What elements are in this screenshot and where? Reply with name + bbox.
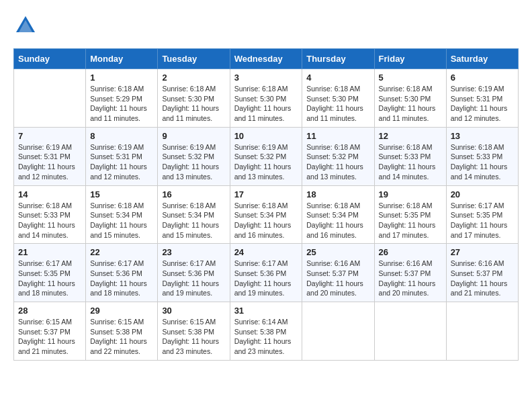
weekday-header: Friday xyxy=(374,49,446,69)
day-number: 16 xyxy=(162,189,225,199)
weekday-header: Saturday xyxy=(446,49,518,69)
calendar-cell: 5Sunrise: 6:18 AM Sunset: 5:30 PM Daylig… xyxy=(374,69,446,128)
day-number: 22 xyxy=(90,247,153,257)
day-number: 14 xyxy=(18,189,81,199)
day-number: 13 xyxy=(451,131,514,141)
day-info: Sunrise: 6:18 AM Sunset: 5:30 PM Dayligh… xyxy=(162,84,225,124)
calendar-cell: 1Sunrise: 6:18 AM Sunset: 5:29 PM Daylig… xyxy=(86,69,158,128)
weekday-header: Thursday xyxy=(302,49,374,69)
calendar-cell: 23Sunrise: 6:17 AM Sunset: 5:36 PM Dayli… xyxy=(158,244,230,302)
day-info: Sunrise: 6:15 AM Sunset: 5:37 PM Dayligh… xyxy=(18,317,81,357)
day-number: 4 xyxy=(306,73,369,83)
logo xyxy=(13,13,40,38)
weekday-header: Wednesday xyxy=(230,49,302,69)
day-number: 17 xyxy=(234,189,298,199)
day-number: 5 xyxy=(379,73,442,83)
calendar-cell: 17Sunrise: 6:18 AM Sunset: 5:34 PM Dayli… xyxy=(230,185,302,244)
day-info: Sunrise: 6:18 AM Sunset: 5:33 PM Dayligh… xyxy=(451,142,514,182)
day-number: 9 xyxy=(162,131,225,141)
calendar-cell: 18Sunrise: 6:18 AM Sunset: 5:34 PM Dayli… xyxy=(302,185,374,244)
calendar-cell: 4Sunrise: 6:18 AM Sunset: 5:30 PM Daylig… xyxy=(302,69,374,128)
calendar-week-row: 21Sunrise: 6:17 AM Sunset: 5:35 PM Dayli… xyxy=(14,244,519,302)
calendar-week-row: 7Sunrise: 6:19 AM Sunset: 5:31 PM Daylig… xyxy=(14,127,519,185)
day-info: Sunrise: 6:18 AM Sunset: 5:34 PM Dayligh… xyxy=(162,201,225,240)
calendar-cell: 8Sunrise: 6:19 AM Sunset: 5:31 PM Daylig… xyxy=(86,127,158,185)
day-info: Sunrise: 6:16 AM Sunset: 5:37 PM Dayligh… xyxy=(306,259,369,298)
day-number: 19 xyxy=(379,189,442,199)
day-number: 20 xyxy=(451,189,514,199)
calendar-cell: 3Sunrise: 6:18 AM Sunset: 5:30 PM Daylig… xyxy=(230,69,302,128)
day-number: 7 xyxy=(18,131,81,141)
calendar-cell: 13Sunrise: 6:18 AM Sunset: 5:33 PM Dayli… xyxy=(446,127,518,185)
day-info: Sunrise: 6:18 AM Sunset: 5:33 PM Dayligh… xyxy=(18,201,81,240)
day-info: Sunrise: 6:18 AM Sunset: 5:34 PM Dayligh… xyxy=(90,201,153,240)
day-number: 30 xyxy=(162,306,225,316)
day-info: Sunrise: 6:15 AM Sunset: 5:38 PM Dayligh… xyxy=(90,317,153,357)
day-number: 1 xyxy=(90,73,153,83)
day-info: Sunrise: 6:18 AM Sunset: 5:30 PM Dayligh… xyxy=(379,84,442,124)
day-number: 12 xyxy=(379,131,442,141)
day-number: 24 xyxy=(234,247,298,257)
day-info: Sunrise: 6:18 AM Sunset: 5:29 PM Dayligh… xyxy=(90,84,153,124)
day-number: 18 xyxy=(306,189,369,199)
calendar-cell: 14Sunrise: 6:18 AM Sunset: 5:33 PM Dayli… xyxy=(14,185,86,244)
day-info: Sunrise: 6:17 AM Sunset: 5:35 PM Dayligh… xyxy=(451,201,514,240)
calendar-header-row: SundayMondayTuesdayWednesdayThursdayFrid… xyxy=(14,49,519,69)
day-number: 31 xyxy=(234,306,298,316)
calendar-cell: 29Sunrise: 6:15 AM Sunset: 5:38 PM Dayli… xyxy=(86,302,158,361)
day-info: Sunrise: 6:18 AM Sunset: 5:33 PM Dayligh… xyxy=(379,142,442,182)
calendar-cell: 7Sunrise: 6:19 AM Sunset: 5:31 PM Daylig… xyxy=(14,127,86,185)
calendar-cell: 31Sunrise: 6:14 AM Sunset: 5:38 PM Dayli… xyxy=(230,302,302,361)
calendar-cell: 10Sunrise: 6:19 AM Sunset: 5:32 PM Dayli… xyxy=(230,127,302,185)
day-info: Sunrise: 6:19 AM Sunset: 5:31 PM Dayligh… xyxy=(90,142,153,182)
day-info: Sunrise: 6:17 AM Sunset: 5:36 PM Dayligh… xyxy=(90,259,153,298)
calendar-cell xyxy=(302,302,374,361)
calendar-cell: 27Sunrise: 6:16 AM Sunset: 5:37 PM Dayli… xyxy=(446,244,518,302)
calendar-cell: 2Sunrise: 6:18 AM Sunset: 5:30 PM Daylig… xyxy=(158,69,230,128)
calendar-week-row: 14Sunrise: 6:18 AM Sunset: 5:33 PM Dayli… xyxy=(14,185,519,244)
day-info: Sunrise: 6:19 AM Sunset: 5:31 PM Dayligh… xyxy=(18,142,81,182)
weekday-header: Monday xyxy=(86,49,158,69)
calendar-body: 1Sunrise: 6:18 AM Sunset: 5:29 PM Daylig… xyxy=(14,69,519,361)
day-number: 29 xyxy=(90,306,153,316)
day-info: Sunrise: 6:15 AM Sunset: 5:38 PM Dayligh… xyxy=(162,317,225,357)
calendar-table: SundayMondayTuesdayWednesdayThursdayFrid… xyxy=(13,48,519,361)
day-info: Sunrise: 6:18 AM Sunset: 5:34 PM Dayligh… xyxy=(306,201,369,240)
day-info: Sunrise: 6:18 AM Sunset: 5:35 PM Dayligh… xyxy=(379,201,442,240)
day-info: Sunrise: 6:17 AM Sunset: 5:36 PM Dayligh… xyxy=(162,259,225,298)
page-header xyxy=(13,13,519,38)
calendar-week-row: 28Sunrise: 6:15 AM Sunset: 5:37 PM Dayli… xyxy=(14,302,519,361)
calendar-cell: 6Sunrise: 6:19 AM Sunset: 5:31 PM Daylig… xyxy=(446,69,518,128)
day-info: Sunrise: 6:17 AM Sunset: 5:35 PM Dayligh… xyxy=(18,259,81,298)
weekday-header: Sunday xyxy=(14,49,86,69)
day-number: 26 xyxy=(379,247,442,257)
logo-icon xyxy=(13,13,38,38)
day-info: Sunrise: 6:18 AM Sunset: 5:34 PM Dayligh… xyxy=(234,201,298,240)
calendar-week-row: 1Sunrise: 6:18 AM Sunset: 5:29 PM Daylig… xyxy=(14,69,519,128)
day-info: Sunrise: 6:18 AM Sunset: 5:32 PM Dayligh… xyxy=(306,142,369,182)
day-number: 15 xyxy=(90,189,153,199)
weekday-header: Tuesday xyxy=(158,49,230,69)
calendar-cell: 20Sunrise: 6:17 AM Sunset: 5:35 PM Dayli… xyxy=(446,185,518,244)
day-number: 2 xyxy=(162,73,225,83)
calendar-cell xyxy=(446,302,518,361)
day-number: 21 xyxy=(18,247,81,257)
day-info: Sunrise: 6:18 AM Sunset: 5:30 PM Dayligh… xyxy=(234,84,298,124)
day-info: Sunrise: 6:19 AM Sunset: 5:32 PM Dayligh… xyxy=(234,142,298,182)
calendar-cell: 28Sunrise: 6:15 AM Sunset: 5:37 PM Dayli… xyxy=(14,302,86,361)
day-number: 23 xyxy=(162,247,225,257)
day-info: Sunrise: 6:17 AM Sunset: 5:36 PM Dayligh… xyxy=(234,259,298,298)
day-number: 11 xyxy=(306,131,369,141)
day-info: Sunrise: 6:14 AM Sunset: 5:38 PM Dayligh… xyxy=(234,317,298,357)
calendar-cell: 30Sunrise: 6:15 AM Sunset: 5:38 PM Dayli… xyxy=(158,302,230,361)
day-number: 25 xyxy=(306,247,369,257)
day-number: 3 xyxy=(234,73,298,83)
calendar-cell: 12Sunrise: 6:18 AM Sunset: 5:33 PM Dayli… xyxy=(374,127,446,185)
calendar-cell: 15Sunrise: 6:18 AM Sunset: 5:34 PM Dayli… xyxy=(86,185,158,244)
day-info: Sunrise: 6:16 AM Sunset: 5:37 PM Dayligh… xyxy=(451,259,514,298)
calendar-cell: 26Sunrise: 6:16 AM Sunset: 5:37 PM Dayli… xyxy=(374,244,446,302)
day-number: 8 xyxy=(90,131,153,141)
calendar-cell: 11Sunrise: 6:18 AM Sunset: 5:32 PM Dayli… xyxy=(302,127,374,185)
calendar-cell: 21Sunrise: 6:17 AM Sunset: 5:35 PM Dayli… xyxy=(14,244,86,302)
day-number: 28 xyxy=(18,306,81,316)
